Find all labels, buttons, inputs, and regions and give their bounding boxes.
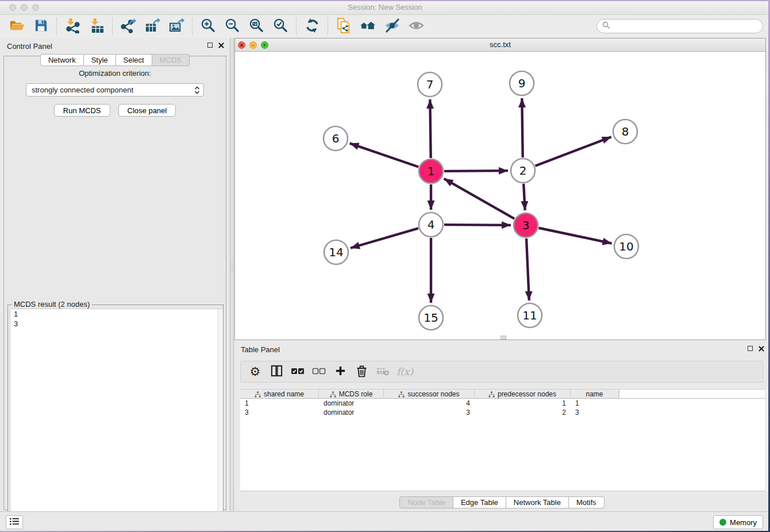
- export-network-button[interactable]: [116, 17, 140, 36]
- table-cell[interactable]: dominator: [319, 408, 384, 417]
- tab-node-table[interactable]: Node Table: [399, 496, 453, 508]
- network-from-selection-button[interactable]: [332, 17, 356, 36]
- network-hscroll-handle[interactable]: [500, 336, 506, 340]
- graph-node-14[interactable]: 14: [324, 240, 348, 264]
- table-body: 1dominator4113dominator323: [240, 399, 765, 491]
- graph-node-6[interactable]: 6: [324, 126, 348, 151]
- network-minimize-icon[interactable]: −: [249, 41, 257, 49]
- table-toolbar: ⚙ f(x): [240, 361, 763, 383]
- memory-button[interactable]: Memory: [713, 515, 763, 529]
- graph-node-3[interactable]: 3: [514, 213, 538, 237]
- graph-node-7[interactable]: 7: [418, 72, 442, 97]
- tab-style[interactable]: Style: [84, 54, 116, 66]
- network-maximize-icon[interactable]: +: [261, 41, 268, 49]
- table-cell[interactable]: 1: [571, 399, 619, 408]
- edge-3-1[interactable]: [444, 179, 514, 219]
- edge-1-7[interactable]: [430, 99, 430, 158]
- graph-node-10[interactable]: 10: [614, 234, 638, 259]
- edge-2-8[interactable]: [535, 137, 611, 166]
- table-cell[interactable]: 1: [240, 399, 319, 408]
- toolbar-separator: [328, 18, 328, 35]
- import-network-button[interactable]: [60, 17, 84, 36]
- zoom-out-button[interactable]: [220, 17, 244, 36]
- edge-4-14[interactable]: [351, 228, 418, 248]
- task-history-button[interactable]: [6, 515, 23, 529]
- show-all-button[interactable]: [404, 17, 428, 36]
- zoom-fit-button[interactable]: [244, 17, 268, 36]
- control-panel-title: Control Panel: [7, 42, 52, 51]
- table-row[interactable]: 3dominator323: [240, 408, 765, 417]
- edge-1-6[interactable]: [350, 143, 419, 167]
- zoom-selected-button[interactable]: [268, 17, 292, 36]
- delete-column-button[interactable]: [354, 364, 369, 379]
- first-neighbors-button[interactable]: [356, 17, 380, 36]
- close-table-panel-icon[interactable]: [758, 345, 764, 352]
- tab-network[interactable]: Network: [40, 54, 84, 66]
- table-cell[interactable]: 1: [475, 399, 571, 408]
- graph-node-15[interactable]: 15: [419, 306, 443, 330]
- tab-mcds[interactable]: MCDS: [152, 54, 190, 66]
- search-input[interactable]: [610, 21, 763, 32]
- zoom-in-button[interactable]: [196, 17, 220, 36]
- network-close-icon[interactable]: ✕: [238, 41, 245, 49]
- save-session-button[interactable]: [29, 17, 53, 36]
- float-panel-icon[interactable]: [207, 43, 213, 48]
- add-column-button[interactable]: [333, 364, 348, 379]
- network-graph[interactable]: 7968124314101511: [235, 52, 765, 340]
- refresh-icon: [305, 18, 320, 35]
- refresh-button[interactable]: [300, 17, 324, 36]
- column-header-successor-nodes[interactable]: successor nodes: [384, 390, 475, 399]
- column-header-predecessor-nodes[interactable]: predecessor nodes: [475, 390, 571, 399]
- graph-node-9[interactable]: 9: [510, 71, 534, 95]
- open-session-button[interactable]: [5, 17, 29, 36]
- close-panel-button[interactable]: Close panel: [118, 104, 176, 117]
- table-row[interactable]: 1dominator411: [240, 399, 765, 408]
- column-header-MCDS-role[interactable]: MCDS role: [319, 390, 384, 399]
- mcds-result-scrollbar[interactable]: [218, 309, 223, 524]
- network-canvas[interactable]: 7968124314101511: [235, 52, 765, 340]
- columns-button[interactable]: [269, 364, 284, 379]
- table-cell[interactable]: 3: [384, 408, 475, 417]
- tab-edge-table[interactable]: Edge Table: [453, 496, 506, 508]
- graph-node-1[interactable]: 1: [419, 159, 443, 183]
- criterion-dropdown[interactable]: strongly connected component: [26, 83, 204, 97]
- table-cell[interactable]: 3: [240, 408, 319, 417]
- table-cell[interactable]: dominator: [319, 399, 384, 408]
- edge-4-3[interactable]: [444, 225, 511, 225]
- delete-column-icon: [356, 365, 367, 379]
- delete-table-button[interactable]: [375, 364, 390, 379]
- splitter-grip[interactable]: [231, 263, 233, 272]
- float-table-panel-icon[interactable]: [748, 346, 753, 351]
- hide-selected-button[interactable]: [380, 17, 404, 36]
- column-header-name[interactable]: name: [571, 390, 619, 399]
- mcds-result-list[interactable]: 13: [10, 309, 221, 522]
- edge-2-9[interactable]: [522, 98, 522, 157]
- graph-node-4[interactable]: 4: [419, 213, 443, 237]
- tab-motifs[interactable]: Motifs: [569, 496, 605, 508]
- graph-node-2[interactable]: 2: [511, 159, 535, 183]
- panel-splitter[interactable]: [230, 38, 234, 511]
- node-label: 7: [426, 78, 434, 91]
- column-header-shared-name[interactable]: shared name: [240, 390, 319, 399]
- deselect-all-rows-button[interactable]: [311, 364, 326, 379]
- tab-network-table[interactable]: Network Table: [506, 496, 569, 508]
- function-builder-button[interactable]: f(x): [396, 364, 413, 379]
- graph-node-8[interactable]: 8: [613, 119, 637, 144]
- table-cell[interactable]: 4: [384, 399, 475, 408]
- close-panel-icon[interactable]: [218, 42, 224, 48]
- export-table-button[interactable]: [140, 17, 164, 36]
- import-table-button[interactable]: [84, 17, 109, 36]
- edge-2-3[interactable]: [523, 184, 525, 210]
- table-cell[interactable]: 2: [475, 408, 571, 417]
- graph-node-11[interactable]: 11: [518, 303, 542, 327]
- table-cell[interactable]: 3: [571, 408, 619, 417]
- tab-select[interactable]: Select: [116, 54, 152, 66]
- node-label: 1: [428, 164, 435, 178]
- export-image-button[interactable]: [164, 17, 188, 36]
- edge-3-10[interactable]: [539, 228, 612, 244]
- settings-gear-button[interactable]: ⚙: [248, 364, 263, 379]
- select-all-rows-button[interactable]: [290, 364, 305, 379]
- edge-3-11[interactable]: [526, 238, 529, 300]
- edge-1-2[interactable]: [444, 171, 508, 171]
- run-mcds-button[interactable]: Run MCDS: [54, 104, 110, 117]
